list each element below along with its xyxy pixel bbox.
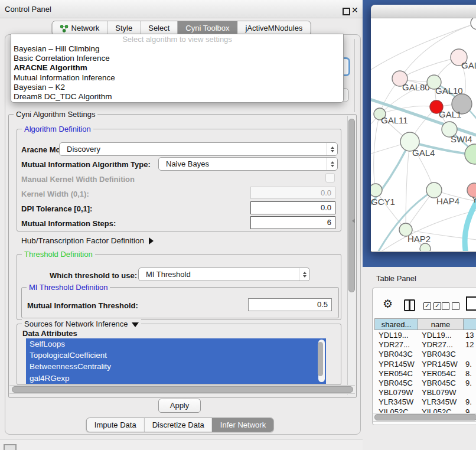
graph-node-label: GAL11 xyxy=(381,115,408,125)
scrollbar-thumb[interactable] xyxy=(318,342,323,376)
column-header-name[interactable]: name xyxy=(418,318,464,330)
collapsed-panel-icon[interactable] xyxy=(4,444,17,450)
column-header-shared-name[interactable]: shared... xyxy=(374,318,418,330)
tab-cyni-toolbox[interactable]: Cyni Toolbox xyxy=(177,21,237,35)
tab-impute-data[interactable]: Impute Data xyxy=(87,418,144,432)
cell[interactable]: YBL079W xyxy=(373,388,417,397)
scrollbar-thumb[interactable] xyxy=(348,119,355,292)
table-row[interactable]: YBL079WYBL079W xyxy=(373,388,476,397)
settings-vertical-scrollbar[interactable] xyxy=(347,116,356,394)
dropdown-item[interactable]: Basic Correlation Inference xyxy=(11,54,343,63)
graph-node[interactable] xyxy=(371,184,382,197)
select-all-columns-icon[interactable]: ✓ ✓ xyxy=(423,302,441,310)
table-row[interactable]: YDR27...YDR27...12 xyxy=(373,340,476,350)
table-row[interactable]: YER054CYER054C8. xyxy=(373,369,476,379)
table-horizontal-scrollbar[interactable] xyxy=(373,413,476,422)
cell[interactable]: YDR27... xyxy=(417,340,462,350)
tab-discretize-data[interactable]: Discretize Data xyxy=(144,418,212,432)
aracne-mode-select[interactable]: Discovery xyxy=(59,142,338,156)
cell[interactable]: YDL19... xyxy=(373,331,417,340)
dropdown-item[interactable]: Dream8 DC_TDC Algorithm xyxy=(11,92,343,102)
splitter-collapse-arrow[interactable] xyxy=(352,219,355,223)
dropdown-item[interactable]: Bayesian – K2 xyxy=(11,83,343,92)
dropdown-hint: Select algorithm to view settings xyxy=(11,35,343,44)
stepper-arrows-icon xyxy=(299,268,309,281)
network-graph[interactable]: GALGAL80GAL10GAL1GAL11GAL4SWI4GCY1HAP4YH… xyxy=(371,18,476,251)
columns-icon[interactable] xyxy=(404,299,415,311)
cell[interactable]: YBR043C xyxy=(417,350,462,359)
tab-infer-network[interactable]: Infer Network xyxy=(212,418,273,432)
cell[interactable]: YBR043C xyxy=(373,350,417,359)
cell[interactable]: YPR145W xyxy=(373,360,417,369)
graph-node[interactable] xyxy=(420,243,431,251)
cell[interactable] xyxy=(462,350,465,359)
network-window-titlebar[interactable] xyxy=(371,5,476,18)
restore-window-icon[interactable] xyxy=(343,8,350,15)
table-row[interactable]: YBR045CYBR045C9. xyxy=(373,379,476,388)
tab-jactivemnodules[interactable]: jActiveMNodules xyxy=(237,21,311,35)
tab-label: Infer Network xyxy=(220,420,266,429)
cell[interactable]: YPR145W xyxy=(417,360,462,369)
cell[interactable]: YDR27... xyxy=(373,340,417,350)
cell[interactable]: 9. xyxy=(462,397,472,407)
close-icon[interactable]: ✕ xyxy=(351,5,358,15)
cell[interactable]: YLR345W xyxy=(373,397,417,407)
gear-icon[interactable]: ⚙ xyxy=(383,297,393,311)
manual-kernel-width-checkbox[interactable] xyxy=(325,173,335,182)
dropdown-item[interactable]: Bayesian – Hill Climbing xyxy=(11,44,343,54)
cell[interactable]: YBR045C xyxy=(417,379,462,388)
kernel-width-field[interactable]: 0.0 xyxy=(250,187,335,199)
table-row[interactable]: YBR043CYBR043C xyxy=(373,350,476,359)
algorithm-dropdown-list: Select algorithm to view settings Bayesi… xyxy=(11,34,344,103)
cell[interactable]: YBR045C xyxy=(373,379,417,388)
cell[interactable]: YER054C xyxy=(373,369,417,379)
cyni-bottom-tabbar: Impute Data Discretize Data Infer Networ… xyxy=(86,418,274,432)
sources-expander[interactable]: Sources for Network Inference xyxy=(22,319,141,328)
attribute-item-selected[interactable]: gal4RGexp xyxy=(26,373,326,384)
graph-node[interactable] xyxy=(471,18,476,30)
list-vertical-scrollbar[interactable] xyxy=(318,340,325,382)
graph-node[interactable] xyxy=(465,144,476,164)
selected-value: Naive Bayes xyxy=(166,159,209,168)
cell[interactable]: YLR345W xyxy=(417,397,462,407)
dpi-tolerance-field[interactable]: 0.0 xyxy=(250,201,335,214)
table-row[interactable]: YLR345WYLR345W9. xyxy=(373,397,476,407)
cell[interactable]: 9. xyxy=(462,379,472,388)
cell[interactable]: YDL19... xyxy=(417,331,462,340)
mi-algorithm-type-select[interactable]: Naive Bayes xyxy=(158,157,338,171)
mi-threshold-field[interactable]: 0.5 xyxy=(248,298,332,311)
expanded-arrow-icon xyxy=(132,322,139,327)
cell[interactable] xyxy=(462,388,465,397)
cell[interactable]: 8. xyxy=(462,369,472,379)
settings-horizontal-scrollbar[interactable] xyxy=(9,385,355,394)
tab-select[interactable]: Select xyxy=(140,21,177,35)
control-panel-titlebar: Control Panel ✕ xyxy=(0,0,363,18)
attribute-item-selected[interactable]: TopologicalCoefficient xyxy=(26,350,326,361)
scrollbar-thumb[interactable] xyxy=(374,414,476,420)
mi-threshold-label: Mutual Information Threshold: xyxy=(27,301,138,310)
dropdown-item-selected[interactable]: ARACNE Algorithm xyxy=(11,63,343,73)
scrollbar-thumb[interactable] xyxy=(12,386,353,393)
dropdown-item[interactable]: Mutual Information Inference xyxy=(11,73,343,83)
table-row[interactable]: YDL19...YDL19...13 xyxy=(373,331,476,340)
cell[interactable]: 9. xyxy=(462,360,472,369)
hub-definition-expander[interactable]: Hub/Transcription Factor Definition xyxy=(21,236,154,245)
kernel-width-label: Kernel Width (0,1): xyxy=(21,190,89,198)
cell[interactable]: YBL079W xyxy=(417,388,462,397)
column-header-partial[interactable] xyxy=(463,318,476,330)
data-attributes-label: Data Attributes xyxy=(22,329,77,338)
apply-button[interactable]: Apply xyxy=(158,399,201,413)
mi-steps-field[interactable]: 6 xyxy=(250,216,335,229)
new-table-icon[interactable] xyxy=(466,296,476,311)
deselect-all-columns-icon[interactable] xyxy=(442,302,459,310)
tab-network[interactable]: Network xyxy=(53,21,107,35)
tab-label: Network xyxy=(71,24,100,32)
tab-style[interactable]: Style xyxy=(107,21,140,35)
attribute-item-selected[interactable]: SelfLoops xyxy=(26,338,326,350)
cell[interactable]: 12 xyxy=(462,340,474,350)
cell[interactable]: 13 xyxy=(462,331,474,340)
cell[interactable]: YER054C xyxy=(417,369,462,379)
attribute-item-selected[interactable]: BetweennessCentrality xyxy=(26,361,326,372)
table-row[interactable]: YPR145WYPR145W9. xyxy=(373,360,476,369)
which-threshold-select[interactable]: MI Threshold xyxy=(138,268,310,281)
